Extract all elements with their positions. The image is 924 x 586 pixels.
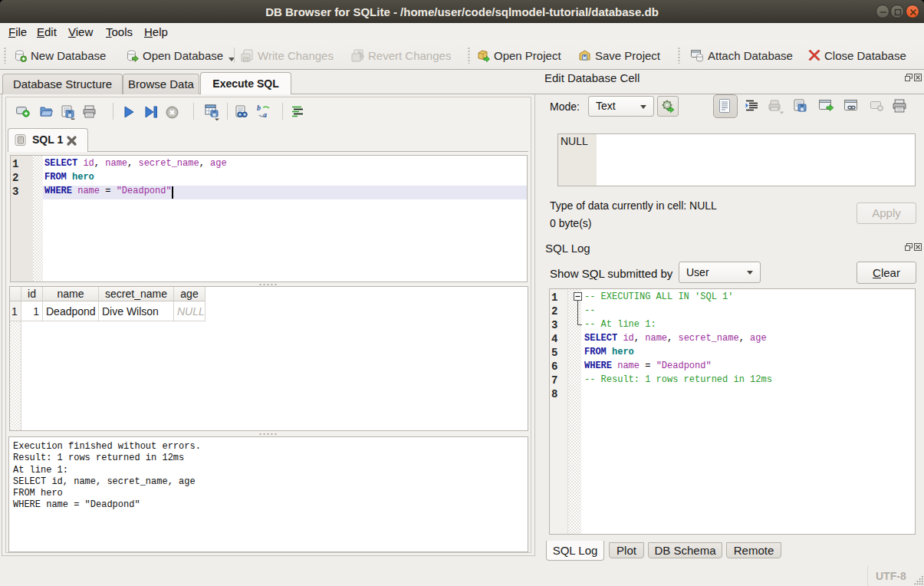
svg-text:a: a: [263, 110, 267, 119]
svg-text:b: b: [257, 104, 261, 112]
